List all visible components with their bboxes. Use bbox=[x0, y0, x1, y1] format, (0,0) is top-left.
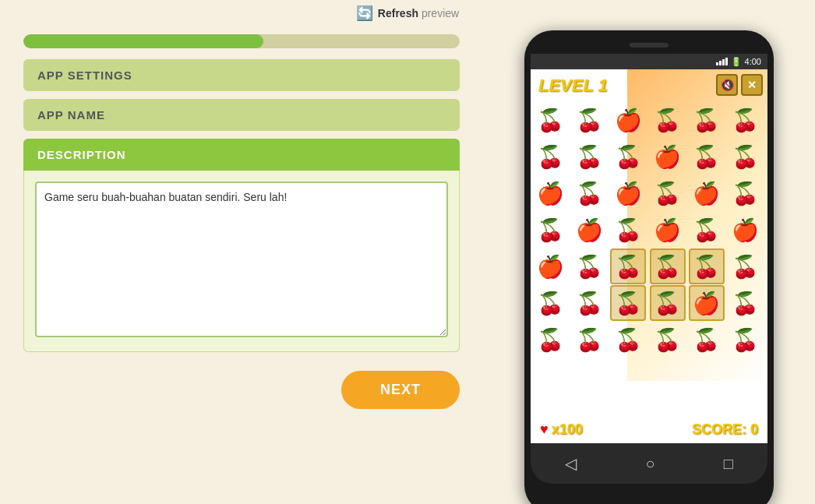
app-name-label: APP NAME bbox=[37, 108, 446, 122]
main-layout: APP SETTINGS APP NAME DESCRIPTION Game s… bbox=[0, 26, 815, 504]
fruit-cell[interactable]: 🍎 bbox=[610, 175, 646, 211]
fruit-cell[interactable]: 🍎 bbox=[532, 248, 568, 284]
app-name-section: APP NAME bbox=[23, 99, 460, 131]
refresh-preview-button[interactable]: 🔄 Refresh preview bbox=[356, 5, 459, 22]
phone-device: 🔋 4:00 LEVEL 1 🔇 ✕ bbox=[524, 30, 774, 504]
phone-screen: 🔋 4:00 LEVEL 1 🔇 ✕ bbox=[531, 54, 767, 443]
fruit-cell[interactable]: 🍎 bbox=[728, 212, 764, 248]
fruit-cell[interactable]: 🍎 bbox=[650, 139, 686, 174]
fruit-cell[interactable]: 🍒 bbox=[571, 322, 607, 358]
heart-icon: ♥ bbox=[540, 421, 549, 438]
description-section: Game seru buah-buahan buatan sendiri. Se… bbox=[23, 171, 460, 352]
nav-home-button[interactable]: ○ bbox=[645, 455, 654, 473]
fruit-cell[interactable]: 🍒 bbox=[532, 285, 568, 321]
fruit-cell[interactable]: 🍒 bbox=[571, 248, 607, 284]
fruit-cell[interactable]: 🍒 bbox=[728, 139, 764, 174]
score-bar: ♥ x100 SCORE: 0 bbox=[531, 415, 767, 443]
next-btn-container: NEXT bbox=[23, 371, 460, 409]
next-button[interactable]: NEXT bbox=[341, 371, 460, 409]
description-textarea[interactable]: Game seru buah-buahan buatan sendiri. Se… bbox=[35, 182, 448, 337]
fruit-cell[interactable]: 🍒 bbox=[650, 248, 686, 284]
fruit-cell[interactable]: 🍒 bbox=[571, 175, 607, 211]
game-icons-top: 🔇 ✕ bbox=[716, 74, 763, 96]
refresh-label: Refresh preview bbox=[378, 7, 459, 19]
top-bar: 🔄 Refresh preview bbox=[0, 0, 815, 26]
nav-recent-button[interactable]: □ bbox=[724, 455, 733, 473]
score-display: SCORE: 0 bbox=[692, 421, 758, 438]
fruit-cell[interactable]: 🍒 bbox=[689, 212, 725, 248]
signal-bars bbox=[716, 58, 728, 65]
fruit-cell[interactable]: 🍒 bbox=[532, 212, 568, 248]
sound-icon: 🔇 bbox=[721, 79, 734, 91]
fruit-cell[interactable]: 🍎 bbox=[610, 102, 646, 138]
fruit-cell[interactable]: 🍒 bbox=[610, 139, 646, 174]
fruit-cell[interactable]: 🍒 bbox=[689, 322, 725, 358]
fruit-cell[interactable]: 🍒 bbox=[532, 102, 568, 138]
phone-notch bbox=[531, 37, 767, 54]
fruit-cell[interactable]: 🍒 bbox=[728, 285, 764, 321]
close-game-button[interactable]: ✕ bbox=[741, 74, 763, 96]
fruit-cell[interactable]: 🍒 bbox=[650, 285, 686, 321]
fruit-cell[interactable]: 🍒 bbox=[610, 212, 646, 248]
signal-bar-4 bbox=[725, 58, 728, 65]
game-content: LEVEL 1 🔇 ✕ 🍒 🍒 bbox=[531, 69, 767, 443]
fruit-cell[interactable]: 🍒 bbox=[728, 322, 764, 358]
nav-back-button[interactable]: ◁ bbox=[565, 454, 577, 473]
fruit-cell[interactable]: 🍒 bbox=[610, 285, 646, 321]
fruit-cell[interactable]: 🍒 bbox=[728, 102, 764, 138]
fruit-cell[interactable]: 🍒 bbox=[571, 285, 607, 321]
fruit-cell[interactable]: 🍎 bbox=[571, 212, 607, 248]
fruit-cell[interactable]: 🍒 bbox=[689, 248, 725, 284]
lives-section: ♥ x100 bbox=[540, 421, 583, 438]
left-panel: APP SETTINGS APP NAME DESCRIPTION Game s… bbox=[0, 26, 483, 504]
fruit-grid: 🍒 🍒 🍎 🍒 🍒 🍒 🍒 🍒 🍒 🍎 🍒 🍒 bbox=[531, 100, 767, 359]
status-bar: 🔋 4:00 bbox=[531, 54, 767, 69]
fruit-cell[interactable]: 🍒 bbox=[728, 248, 764, 284]
fruit-cell[interactable]: 🍎 bbox=[689, 285, 725, 321]
signal-bar-1 bbox=[716, 62, 718, 65]
sound-button[interactable]: 🔇 bbox=[716, 74, 738, 96]
fruit-cell[interactable]: 🍒 bbox=[571, 102, 607, 138]
lives-count: x100 bbox=[552, 421, 583, 438]
app-settings-label: APP SETTINGS bbox=[37, 69, 446, 82]
fruit-cell[interactable]: 🍒 bbox=[689, 102, 725, 138]
close-icon: ✕ bbox=[747, 79, 757, 91]
level-text: LEVEL 1 bbox=[538, 76, 608, 96]
fruit-cell[interactable]: 🍒 bbox=[610, 248, 646, 284]
right-panel: 🔋 4:00 LEVEL 1 🔇 ✕ bbox=[483, 26, 815, 504]
fruit-cell[interactable]: 🍒 bbox=[650, 102, 686, 138]
battery-icon: 🔋 bbox=[731, 57, 742, 67]
fruit-cell[interactable]: 🍒 bbox=[610, 322, 646, 358]
progress-bar-fill bbox=[23, 34, 263, 48]
fruit-cell[interactable]: 🍒 bbox=[728, 175, 764, 211]
app-settings-section: APP SETTINGS bbox=[23, 59, 460, 91]
fruit-cell[interactable]: 🍎 bbox=[532, 175, 568, 211]
fruit-cell[interactable]: 🍎 bbox=[650, 212, 686, 248]
status-time: 4:00 bbox=[745, 57, 761, 66]
phone-navigation: ◁ ○ □ bbox=[531, 443, 767, 484]
signal-bar-2 bbox=[719, 61, 722, 65]
fruit-cell[interactable]: 🍒 bbox=[532, 322, 568, 358]
fruit-cell[interactable]: 🍒 bbox=[571, 139, 607, 174]
description-header: DESCRIPTION bbox=[23, 139, 460, 171]
fruit-cell[interactable]: 🍒 bbox=[532, 139, 568, 174]
progress-bar-container bbox=[23, 34, 460, 48]
fruit-cell[interactable]: 🍒 bbox=[650, 322, 686, 358]
fruit-cell[interactable]: 🍎 bbox=[689, 175, 725, 211]
phone-speaker bbox=[630, 43, 669, 48]
fruit-cell[interactable]: 🍒 bbox=[689, 139, 725, 174]
fruit-cell[interactable]: 🍒 bbox=[650, 175, 686, 211]
description-label: DESCRIPTION bbox=[37, 148, 446, 161]
signal-bar-3 bbox=[722, 59, 725, 65]
refresh-icon: 🔄 bbox=[356, 5, 373, 22]
